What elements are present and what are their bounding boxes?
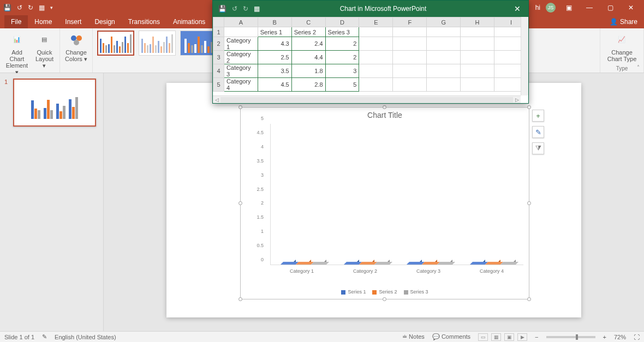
chart-styles-button[interactable]: ✎ bbox=[532, 126, 544, 138]
cell[interactable] bbox=[461, 51, 494, 64]
slide-canvas[interactable]: Chart Title 00.511.522.533.544.55 Catego… bbox=[166, 83, 581, 317]
collapse-ribbon-icon[interactable]: ˄ bbox=[637, 64, 640, 70]
tab-transitions[interactable]: Transitions bbox=[122, 15, 166, 28]
cell[interactable]: Category 4 bbox=[224, 78, 258, 92]
zoom-in-button[interactable]: + bbox=[603, 334, 606, 340]
cell[interactable]: 4.4 bbox=[291, 51, 325, 64]
legend-item[interactable]: Series 3 bbox=[404, 289, 428, 295]
cell[interactable]: Category 3 bbox=[224, 64, 258, 78]
cell[interactable]: 2.8 bbox=[291, 78, 325, 92]
chart-style-1[interactable] bbox=[97, 31, 134, 56]
cell[interactable]: Series 2 bbox=[291, 27, 325, 37]
notes-button[interactable]: ≐ Notes bbox=[402, 333, 425, 340]
cell[interactable]: 2.5 bbox=[258, 51, 291, 64]
slide-thumbnail-1[interactable] bbox=[13, 79, 96, 127]
cell[interactable] bbox=[393, 27, 427, 37]
scroll-right-icon[interactable]: ▷ bbox=[513, 97, 521, 103]
tab-home[interactable]: Home bbox=[28, 15, 58, 28]
cell[interactable] bbox=[427, 27, 461, 37]
maximize-icon[interactable]: ▢ bbox=[603, 4, 618, 11]
cell[interactable] bbox=[359, 51, 393, 64]
tab-insert[interactable]: Insert bbox=[58, 15, 88, 28]
cell[interactable]: 3.5 bbox=[258, 64, 291, 78]
reading-view-icon[interactable]: ▣ bbox=[504, 333, 514, 341]
chart-filters-button[interactable]: ⧩ bbox=[532, 142, 544, 154]
col-header[interactable]: D bbox=[325, 17, 359, 27]
col-header[interactable]: B bbox=[258, 17, 291, 27]
change-colors-button[interactable]: Change Colors ▾ bbox=[65, 31, 87, 63]
add-chart-element-button[interactable]: 📊 Add Chart Element ▾ bbox=[4, 31, 29, 76]
cell[interactable] bbox=[461, 64, 494, 78]
cell[interactable] bbox=[461, 27, 494, 37]
slide-editor[interactable]: Chart Title 00.511.522.533.544.55 Catego… bbox=[104, 73, 644, 331]
cell[interactable] bbox=[393, 37, 427, 51]
resize-handle-e[interactable] bbox=[527, 201, 531, 205]
cell[interactable]: Series 3 bbox=[325, 27, 359, 37]
resize-handle-w[interactable] bbox=[238, 201, 242, 205]
excel-data-window[interactable]: 💾 ↺ ↻ ▦ Chart in Microsoft PowerPoint ✕ … bbox=[212, 0, 529, 104]
excel-grid[interactable]: ABCDEFGHI1Series 1Series 2Series 32Categ… bbox=[213, 17, 528, 95]
normal-view-icon[interactable]: ▭ bbox=[478, 333, 488, 341]
excel-close-button[interactable]: ✕ bbox=[506, 4, 528, 13]
cell[interactable]: Series 1 bbox=[258, 27, 291, 37]
row-header[interactable]: 5 bbox=[213, 78, 224, 92]
minimize-icon[interactable]: — bbox=[582, 4, 597, 11]
fit-to-window-icon[interactable]: ⛶ bbox=[634, 334, 640, 340]
close-icon[interactable]: ✕ bbox=[623, 4, 639, 11]
excel-title-bar[interactable]: 💾 ↺ ↻ ▦ Chart in Microsoft PowerPoint ✕ bbox=[213, 1, 528, 17]
cell[interactable] bbox=[359, 64, 393, 78]
cell[interactable]: 2 bbox=[325, 37, 359, 51]
row-header[interactable]: 4 bbox=[213, 64, 224, 78]
chart-elements-button[interactable]: + bbox=[532, 110, 544, 122]
share-button[interactable]: 👤Share bbox=[603, 18, 644, 26]
zoom-level[interactable]: 72% bbox=[614, 334, 626, 340]
legend-item[interactable]: Series 2 bbox=[372, 289, 397, 295]
tab-file[interactable]: File bbox=[4, 15, 28, 28]
slide-thumbnail-pane[interactable]: 1 bbox=[0, 73, 104, 331]
col-header[interactable]: G bbox=[427, 17, 461, 27]
cell[interactable] bbox=[461, 37, 494, 51]
slideshow-view-icon[interactable]: ▶ bbox=[517, 333, 527, 341]
row-header[interactable]: 2 bbox=[213, 37, 224, 51]
row-header[interactable]: 1 bbox=[213, 27, 224, 37]
tab-design[interactable]: Design bbox=[88, 15, 121, 28]
cell[interactable]: 3 bbox=[325, 64, 359, 78]
cell[interactable]: Category 2 bbox=[224, 51, 258, 64]
quick-layout-button[interactable]: ▤ Quick Layout ▾ bbox=[34, 31, 55, 76]
redo-icon[interactable]: ↻ bbox=[28, 4, 33, 11]
chart-legend[interactable]: Series 1Series 2Series 3 bbox=[241, 289, 529, 295]
zoom-out-button[interactable]: − bbox=[535, 334, 538, 340]
excel-save-icon[interactable]: 💾 bbox=[218, 5, 226, 13]
cell[interactable] bbox=[393, 51, 427, 64]
resize-handle-ne[interactable] bbox=[527, 105, 531, 109]
cell[interactable]: Category 1 bbox=[224, 37, 258, 51]
language-status[interactable]: English (United States) bbox=[55, 334, 116, 340]
cell[interactable]: 1.8 bbox=[291, 64, 325, 78]
resize-handle-se[interactable] bbox=[527, 297, 531, 301]
spellcheck-icon[interactable]: ✎ bbox=[42, 333, 47, 340]
cell[interactable]: 4.3 bbox=[258, 37, 291, 51]
legend-item[interactable]: Series 1 bbox=[341, 289, 366, 295]
col-header[interactable]: A bbox=[224, 17, 258, 27]
undo-icon[interactable]: ↺ bbox=[17, 4, 22, 11]
cell[interactable]: 2 bbox=[325, 51, 359, 64]
save-icon[interactable]: 💾 bbox=[3, 4, 11, 11]
comments-button[interactable]: 💬 Comments bbox=[432, 333, 470, 340]
cell[interactable]: 5 bbox=[325, 78, 359, 92]
cell[interactable] bbox=[393, 64, 427, 78]
resize-handle-nw[interactable] bbox=[238, 105, 242, 109]
col-header[interactable]: C bbox=[291, 17, 325, 27]
cell[interactable] bbox=[224, 27, 258, 37]
col-header[interactable]: E bbox=[359, 17, 393, 27]
cell[interactable] bbox=[461, 78, 494, 92]
tab-animations[interactable]: Animations bbox=[166, 15, 212, 28]
cell[interactable] bbox=[393, 78, 427, 92]
chart-style-3[interactable] bbox=[180, 31, 217, 56]
select-all-cell[interactable] bbox=[213, 17, 224, 27]
cell[interactable] bbox=[359, 27, 393, 37]
scroll-left-icon[interactable]: ◁ bbox=[213, 97, 220, 103]
ribbon-display-icon[interactable]: ▣ bbox=[561, 4, 576, 11]
slide-sorter-view-icon[interactable]: ▦ bbox=[491, 333, 501, 341]
zoom-slider[interactable] bbox=[546, 336, 595, 338]
excel-horizontal-scrollbar[interactable]: ◁ ▷ bbox=[213, 95, 521, 103]
